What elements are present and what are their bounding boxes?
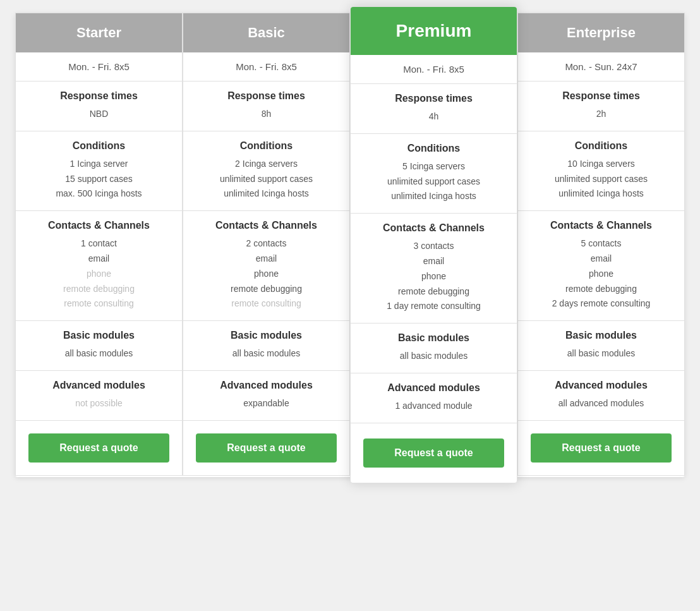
enterprise-contacts-section: Contacts & Channels5 contactsemailphoner… (518, 211, 684, 321)
premium-advanced-modules-title: Advanced modules (361, 382, 507, 394)
enterprise-contact-item: 2 days remote consulting (528, 296, 674, 312)
starter-contact-item: phone (26, 267, 172, 282)
starter-response-value: NBD (26, 107, 172, 122)
starter-contact-item: email (26, 251, 172, 267)
premium-contact-item: 3 contacts (361, 239, 507, 254)
starter-contacts-section: Contacts & Channels1 contactemailphonere… (16, 211, 182, 321)
enterprise-condition-item: unlimited support cases (528, 172, 674, 187)
basic-contact-item: phone (193, 267, 339, 282)
premium-contacts-section: Contacts & Channels3 contactsemailphoner… (351, 214, 517, 324)
premium-contact-item: 1 day remote consulting (361, 299, 507, 314)
premium-quote-button[interactable]: Request a quote (363, 439, 504, 468)
starter-advanced-modules-section: Advanced modulesnot possible (16, 371, 182, 421)
premium-response-section: Response times 4h (351, 84, 517, 134)
starter-quote-button[interactable]: Request a quote (28, 433, 169, 463)
enterprise-contacts-title: Contacts & Channels (528, 220, 674, 231)
starter-condition-item: 15 support cases (26, 172, 172, 187)
starter-basic-modules-title: Basic modules (26, 330, 172, 341)
basic-basic-modules-title: Basic modules (193, 330, 339, 341)
premium-header: Premium (351, 7, 517, 55)
enterprise-header: Enterprise (518, 13, 684, 52)
premium-advanced-modules-section: Advanced modules1 advanced module (351, 373, 517, 423)
starter-advanced-modules-value: not possible (26, 396, 172, 411)
basic-contact-item: 2 contacts (193, 236, 339, 251)
enterprise-conditions-section: Conditions10 Icinga serversunlimited sup… (518, 131, 684, 211)
premium-basic-modules-section: Basic modules all basic modules (351, 324, 517, 373)
premium-response-title: Response times (361, 93, 507, 104)
basic-response-title: Response times (193, 90, 339, 102)
enterprise-advanced-modules-section: Advanced modulesall advanced modules (518, 371, 684, 421)
enterprise-advanced-modules-value: all advanced modules (528, 396, 674, 411)
premium-contacts-title: Contacts & Channels (361, 222, 507, 234)
premium-condition-item: 5 Icinga servers (361, 159, 507, 174)
starter-contact-item: remote debugging (26, 282, 172, 297)
premium-basic-modules-title: Basic modules (361, 332, 507, 344)
enterprise-basic-modules-value: all basic modules (528, 346, 674, 361)
starter-condition-item: 1 Icinga server (26, 157, 172, 172)
basic-conditions-section: Conditions2 Icinga serversunlimited supp… (183, 131, 349, 211)
enterprise-response-value: 2h (528, 107, 674, 122)
enterprise-basic-modules-title: Basic modules (528, 330, 674, 341)
starter-basic-modules-value: all basic modules (26, 346, 172, 361)
basic-advanced-modules-value: expandable (193, 396, 339, 411)
plan-starter: StarterMon. - Fri. 8x5 Response times NB… (15, 13, 183, 476)
enterprise-contact-item: email (528, 251, 674, 267)
starter-schedule: Mon. - Fri. 8x5 (16, 52, 182, 82)
enterprise-response-title: Response times (528, 90, 674, 102)
enterprise-quote-button[interactable]: Request a quote (531, 433, 672, 463)
starter-contact-item: remote consulting (26, 296, 172, 312)
premium-condition-item: unlimited support cases (361, 174, 507, 190)
premium-contact-item: remote debugging (361, 284, 507, 299)
enterprise-advanced-modules-title: Advanced modules (528, 380, 674, 391)
starter-condition-item: max. 500 Icinga hosts (26, 186, 172, 202)
starter-advanced-modules-title: Advanced modules (26, 380, 172, 391)
enterprise-response-section: Response times 2h (518, 82, 684, 131)
basic-header: Basic (183, 13, 349, 52)
starter-response-section: Response times NBD (16, 82, 182, 131)
premium-condition-item: unlimited Icinga hosts (361, 189, 507, 204)
enterprise-schedule: Mon. - Sun. 24x7 (518, 52, 684, 82)
basic-basic-modules-section: Basic modules all basic modules (183, 321, 349, 371)
enterprise-basic-modules-section: Basic modules all basic modules (518, 321, 684, 371)
basic-schedule: Mon. - Fri. 8x5 (183, 52, 349, 82)
premium-contact-item: phone (361, 269, 507, 284)
plan-basic: BasicMon. - Fri. 8x5 Response times 8h C… (183, 13, 350, 476)
basic-response-value: 8h (193, 107, 339, 122)
basic-contacts-title: Contacts & Channels (193, 220, 339, 231)
basic-contact-item: remote debugging (193, 282, 339, 297)
starter-conditions-title: Conditions (26, 140, 172, 152)
premium-conditions-section: Conditions5 Icinga serversunlimited supp… (351, 134, 517, 214)
premium-response-value: 4h (361, 109, 507, 124)
starter-basic-modules-section: Basic modules all basic modules (16, 321, 182, 371)
starter-contacts-title: Contacts & Channels (26, 220, 172, 231)
starter-contact-item: 1 contact (26, 236, 172, 251)
premium-basic-modules-value: all basic modules (361, 349, 507, 364)
basic-basic-modules-value: all basic modules (193, 346, 339, 361)
starter-conditions-section: Conditions1 Icinga server15 support case… (16, 131, 182, 211)
premium-contact-item: email (361, 254, 507, 269)
starter-header: Starter (16, 13, 182, 52)
enterprise-condition-item: unlimited Icinga hosts (528, 186, 674, 202)
basic-conditions-title: Conditions (193, 140, 339, 152)
basic-condition-item: 2 Icinga servers (193, 157, 339, 172)
plan-enterprise: EnterpriseMon. - Sun. 24x7 Response time… (517, 13, 685, 476)
basic-advanced-modules-section: Advanced modulesexpandable (183, 371, 349, 421)
basic-contacts-section: Contacts & Channels2 contactsemailphoner… (183, 211, 349, 321)
enterprise-contact-item: phone (528, 267, 674, 282)
starter-response-title: Response times (26, 90, 172, 102)
enterprise-contact-item: 5 contacts (528, 236, 674, 251)
basic-response-section: Response times 8h (183, 82, 349, 131)
pricing-table: StarterMon. - Fri. 8x5 Response times NB… (15, 13, 685, 477)
premium-schedule: Mon. - Fri. 8x5 (351, 55, 517, 84)
basic-contact-item: email (193, 251, 339, 267)
premium-conditions-title: Conditions (361, 143, 507, 154)
basic-condition-item: unlimited support cases (193, 172, 339, 187)
enterprise-condition-item: 10 Icinga servers (528, 157, 674, 172)
enterprise-contact-item: remote debugging (528, 282, 674, 297)
premium-advanced-modules-value: 1 advanced module (361, 399, 507, 414)
plan-premium: PremiumMon. - Fri. 8x5 Response times 4h… (350, 6, 517, 483)
basic-contact-item: remote consulting (193, 296, 339, 312)
basic-quote-button[interactable]: Request a quote (196, 433, 337, 463)
enterprise-conditions-title: Conditions (528, 140, 674, 152)
basic-advanced-modules-title: Advanced modules (193, 380, 339, 391)
